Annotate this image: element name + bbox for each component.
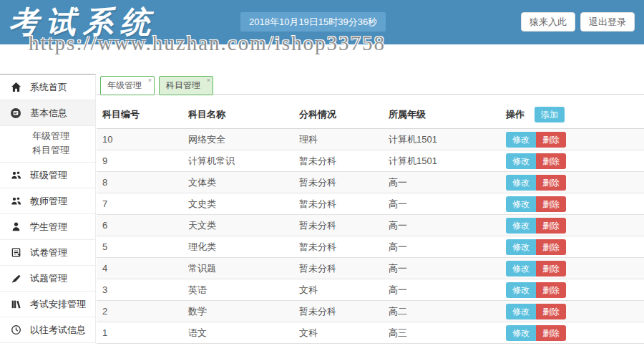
sidebar-item-label: 试卷管理 xyxy=(30,246,67,259)
cell-actions: 修改删除 xyxy=(500,301,644,322)
cell-actions: 修改删除 xyxy=(500,215,644,236)
table-row: 8 文体类 暂未分科 高一 修改删除 xyxy=(97,172,644,193)
edit-button[interactable]: 修改 xyxy=(506,282,536,298)
cell-actions: 修改删除 xyxy=(500,193,644,215)
cell-subject-name: 计算机常识 xyxy=(182,150,293,172)
sidebar-submenu: 年级管理科目管理 xyxy=(0,126,95,163)
exam-paper-icon xyxy=(10,247,21,259)
tab-label: 年级管理 xyxy=(107,80,142,90)
subjects-table: 科目编号科目名称分科情况所属年级 操作添加 10 网络安全 理科 计算机1501… xyxy=(97,101,644,344)
column-header: 科目名称 xyxy=(182,101,293,129)
cell-grade: 高一 xyxy=(383,279,500,301)
sidebar-item-home[interactable]: 系统首页 xyxy=(0,74,95,100)
class-group-icon xyxy=(10,170,21,181)
table-row: 9 计算机常识 暂未分科 计算机1501 修改删除 xyxy=(97,150,644,172)
info-circle-icon xyxy=(10,107,21,119)
column-header: 分科情况 xyxy=(293,101,383,129)
cell-grade: 高二 xyxy=(383,301,500,322)
sidebar-item-label: 基本信息 xyxy=(30,107,67,120)
cell-division: 暂未分科 xyxy=(293,236,383,258)
delete-button[interactable]: 删除 xyxy=(536,261,566,277)
sidebar-item-student-management[interactable]: 学生管理 xyxy=(0,214,95,240)
cell-division: 理科 xyxy=(293,129,383,150)
sidebar-item-question-management[interactable]: 试题管理 xyxy=(0,266,95,292)
delete-button[interactable]: 删除 xyxy=(536,282,566,298)
cell-subject-id: 5 xyxy=(97,236,182,258)
watermark-text: https://www.huzhan.com/ishop33758 xyxy=(29,32,386,55)
sidebar-item-label: 系统首页 xyxy=(30,81,67,94)
cell-division: 文科 xyxy=(293,322,383,344)
sidebar-item-basic-info[interactable]: 基本信息 xyxy=(0,100,95,126)
cell-actions: 修改删除 xyxy=(500,279,644,301)
cell-grade: 高一 xyxy=(383,172,500,193)
cell-division: 暂未分科 xyxy=(293,172,383,193)
tab-subject-management[interactable]: 科目管理 × xyxy=(159,76,213,95)
cell-actions: 修改删除 xyxy=(500,322,644,344)
delete-button[interactable]: 删除 xyxy=(536,132,566,148)
edit-button[interactable]: 修改 xyxy=(506,325,536,341)
schedule-books-icon xyxy=(10,299,21,310)
sidebar-item-exam-schedule-management[interactable]: 考试安排管理 xyxy=(0,292,95,317)
cell-subject-name: 英语 xyxy=(182,279,293,301)
delete-button[interactable]: 删除 xyxy=(536,196,566,212)
sidebar-item-past-exam-info[interactable]: 以往考试信息 xyxy=(0,317,95,343)
cell-subject-name: 语文 xyxy=(182,322,293,344)
edit-button[interactable]: 修改 xyxy=(506,196,536,212)
header-actions: 猿来入此退出登录 xyxy=(521,12,635,32)
column-header: 科目编号 xyxy=(97,101,182,129)
promo-button[interactable]: 猿来入此 xyxy=(521,12,575,32)
cell-subject-name: 网络安全 xyxy=(182,129,293,150)
tab-label: 科目管理 xyxy=(166,80,200,90)
cell-grade: 高一 xyxy=(383,258,500,279)
cell-actions: 修改删除 xyxy=(500,150,644,172)
sidebar-item-class-management[interactable]: 班级管理 xyxy=(0,163,95,188)
edit-button[interactable]: 修改 xyxy=(506,239,536,255)
delete-button[interactable]: 删除 xyxy=(536,239,566,255)
table-row: 10 网络安全 理科 计算机1501 修改删除 xyxy=(97,129,644,150)
cell-grade: 计算机1501 xyxy=(383,150,500,172)
edit-button[interactable]: 修改 xyxy=(506,261,536,277)
table-row: 1 语文 文科 高三 修改删除 xyxy=(97,322,644,344)
logout-button[interactable]: 退出登录 xyxy=(580,12,635,32)
cell-division: 暂未分科 xyxy=(293,258,383,279)
sidebar-item-exam-paper-management[interactable]: 试卷管理 xyxy=(0,240,95,266)
column-header-label: 操作 xyxy=(506,109,525,120)
cell-subject-name: 理化类 xyxy=(182,236,293,258)
cell-grade: 计算机1501 xyxy=(383,129,500,150)
tab-grade-management[interactable]: 年级管理 × xyxy=(100,76,155,95)
student-person-icon xyxy=(10,221,21,233)
sidebar-subitem-subject-management[interactable]: 科目管理 xyxy=(0,143,95,158)
cell-actions: 修改删除 xyxy=(500,236,644,258)
cell-subject-id: 2 xyxy=(97,301,182,322)
cell-grade: 高一 xyxy=(383,215,500,236)
edit-button[interactable]: 修改 xyxy=(506,132,536,148)
table-header: 科目编号科目名称分科情况所属年级 操作添加 xyxy=(97,101,644,129)
edit-button[interactable]: 修改 xyxy=(506,304,536,319)
add-button[interactable]: 添加 xyxy=(535,107,565,122)
cell-subject-name: 文体类 xyxy=(182,172,293,193)
edit-button[interactable]: 修改 xyxy=(506,175,536,191)
question-edit-icon xyxy=(10,273,21,284)
cell-subject-name: 天文类 xyxy=(182,215,293,236)
table-row: 3 英语 文科 高一 修改删除 xyxy=(97,279,644,301)
cell-subject-id: 1 xyxy=(97,322,182,344)
sidebar-subitem-grade-management[interactable]: 年级管理 xyxy=(0,129,95,143)
cell-actions: 修改删除 xyxy=(500,258,644,279)
delete-button[interactable]: 删除 xyxy=(536,218,566,234)
delete-button[interactable]: 删除 xyxy=(536,153,566,169)
tab-close-icon[interactable]: × xyxy=(148,77,152,84)
sidebar-item-label: 班级管理 xyxy=(30,169,67,182)
tabs-bar: 年级管理 × 科目管理 × xyxy=(97,76,644,95)
edit-button[interactable]: 修改 xyxy=(506,218,536,234)
delete-button[interactable]: 删除 xyxy=(536,304,566,319)
cell-actions: 修改删除 xyxy=(500,129,644,150)
sidebar-item-label: 考试安排管理 xyxy=(30,298,86,311)
edit-button[interactable]: 修改 xyxy=(506,153,536,169)
cell-grade: 高一 xyxy=(383,236,500,258)
tab-close-icon[interactable]: × xyxy=(207,77,210,84)
delete-button[interactable]: 删除 xyxy=(536,325,566,341)
main-content: 年级管理 × 科目管理 × 科目编号科目名称分科情况所属年级 操作添加 10 网… xyxy=(97,76,644,344)
sidebar-item-teacher-management[interactable]: 教师管理 xyxy=(0,188,95,214)
cell-division: 暂未分科 xyxy=(293,215,383,236)
delete-button[interactable]: 删除 xyxy=(536,175,566,191)
